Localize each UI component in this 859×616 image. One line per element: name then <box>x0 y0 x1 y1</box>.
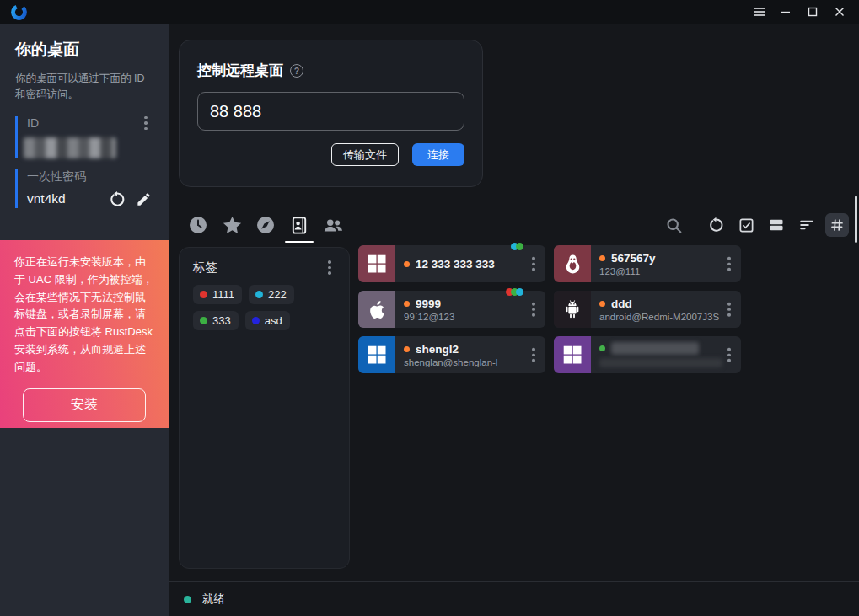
tag-label: 1111 <box>212 288 234 301</box>
os-tile <box>554 336 591 373</box>
peer-card[interactable]: ddd android@Redmi-M2007J3SC <box>554 291 741 328</box>
uac-warning-text: 你正在运行未安装版本，由于 UAC 限制，作为被控端，会在某些情况下无法控制鼠标… <box>14 254 154 377</box>
remote-id-input[interactable] <box>197 92 464 131</box>
peer-card[interactable]: 12 333 333 333 <box>358 245 545 282</box>
maximize-button[interactable] <box>802 2 824 22</box>
tag-chip[interactable]: asd <box>245 311 290 330</box>
tab-favorites[interactable] <box>221 214 243 236</box>
tag-chip[interactable]: 333 <box>193 311 239 330</box>
address-book-icon <box>290 216 309 235</box>
tab-discovered[interactable] <box>255 214 276 236</box>
peer-subtitle: 99`12@123 <box>404 312 523 322</box>
peer-card[interactable]: 9999 99`12@123 <box>358 291 545 328</box>
windows-logo-icon <box>366 344 388 366</box>
password-label: 一次性密码 <box>27 169 153 185</box>
tag-chip[interactable]: 222 <box>249 285 294 304</box>
rustdesk-logo-icon <box>10 3 28 21</box>
peer-menu-icon[interactable] <box>723 257 735 271</box>
address-book-content: 标签 1111 222 333 <box>179 247 859 581</box>
group-icon <box>322 214 344 237</box>
install-button[interactable]: 安装 <box>23 388 146 422</box>
tab-address-book[interactable] <box>288 214 310 236</box>
password-value: vnt4kd <box>27 191 108 206</box>
search-icon[interactable] <box>662 213 685 237</box>
status-dot <box>599 255 605 261</box>
os-tile <box>358 336 395 373</box>
hamburger-menu-icon[interactable] <box>748 2 770 22</box>
status-dot <box>599 301 605 307</box>
redacted-peer-name <box>611 342 699 355</box>
sidebar: 你的桌面 你的桌面可以通过下面的 ID 和密码访问。 ID 一次性密码 vnt4… <box>0 24 169 616</box>
linux-logo-icon <box>561 253 584 276</box>
peer-grid: 12 333 333 333 <box>358 245 741 373</box>
status-dot <box>404 261 410 267</box>
tag-chip[interactable]: 1111 <box>193 285 242 304</box>
peer-subtitle: 123@111 <box>599 266 719 276</box>
peer-tag-badges <box>513 243 523 250</box>
tag-color-dot <box>200 291 207 298</box>
main-area: 控制远程桌面 ? 传输文件 连接 <box>169 24 859 616</box>
id-section: ID <box>15 116 153 158</box>
minimize-button[interactable] <box>775 2 797 22</box>
titlebar <box>0 0 859 24</box>
tag-label: 333 <box>212 314 231 327</box>
peer-menu-icon[interactable] <box>723 303 735 317</box>
tag-badge-dot <box>516 243 523 250</box>
peer-card[interactable] <box>554 336 741 373</box>
select-mode-icon[interactable] <box>734 213 758 237</box>
peer-card[interactable]: 567567y 123@111 <box>554 245 741 282</box>
id-menu-icon[interactable] <box>140 116 152 131</box>
scrollbar-thumb[interactable] <box>855 196 857 243</box>
status-dot <box>404 301 410 307</box>
help-icon[interactable]: ? <box>290 64 303 78</box>
connection-status-text: 就绪 <box>202 592 225 607</box>
peer-menu-icon[interactable] <box>528 303 540 317</box>
star-icon <box>222 215 243 236</box>
sort-icon[interactable] <box>795 213 819 237</box>
tab-group[interactable] <box>322 214 344 236</box>
id-label: ID <box>27 116 153 130</box>
redacted-id-value <box>24 137 116 158</box>
peer-name: ddd <box>611 297 632 310</box>
peer-menu-icon[interactable] <box>723 348 735 362</box>
close-button[interactable] <box>829 2 851 22</box>
tag-color-dot <box>200 317 207 324</box>
peer-tag-badges <box>508 288 523 296</box>
peer-subtitle: shenglan@shenglan-l <box>404 357 523 367</box>
clock-icon <box>188 215 208 235</box>
os-tile <box>358 291 395 328</box>
tags-panel: 标签 1111 222 333 <box>179 247 350 569</box>
transfer-file-button[interactable]: 传输文件 <box>331 143 399 166</box>
connect-button[interactable]: 连接 <box>412 143 464 166</box>
id-filter-icon[interactable] <box>825 213 849 237</box>
refresh-password-icon[interactable] <box>108 190 126 208</box>
peer-menu-icon[interactable] <box>528 348 540 362</box>
password-section: 一次性密码 vnt4kd <box>15 169 153 208</box>
peer-menu-icon[interactable] <box>528 257 540 271</box>
apple-logo-icon <box>367 299 388 320</box>
edit-password-icon[interactable] <box>136 191 152 207</box>
android-logo-icon <box>561 298 583 320</box>
card-view-icon[interactable] <box>765 213 788 237</box>
tab-recent-sessions[interactable] <box>187 214 209 236</box>
tag-color-dot <box>255 291 263 298</box>
tag-color-dot <box>252 317 260 324</box>
peer-card[interactable]: shengl2 shenglan@shenglan-l <box>358 336 545 373</box>
os-tile <box>554 291 591 328</box>
windows-logo-icon <box>366 253 388 275</box>
compass-icon <box>255 215 276 235</box>
redacted-peer-subtitle <box>599 358 722 367</box>
tag-label: 222 <box>268 288 287 301</box>
os-tile <box>554 245 591 282</box>
peer-name: 567567y <box>611 252 656 265</box>
status-dot <box>599 345 605 351</box>
connect-title: 控制远程桌面 <box>197 61 283 80</box>
windows-logo-icon <box>561 344 583 366</box>
os-tile <box>358 245 395 282</box>
sidebar-title: 你的桌面 <box>15 39 153 61</box>
connection-status-dot <box>184 596 191 603</box>
refresh-peers-icon[interactable] <box>704 213 727 237</box>
peer-subtitle: android@Redmi-M2007J3SC <box>599 312 719 322</box>
peer-name: 9999 <box>416 297 441 310</box>
tags-menu-icon[interactable] <box>324 260 336 275</box>
